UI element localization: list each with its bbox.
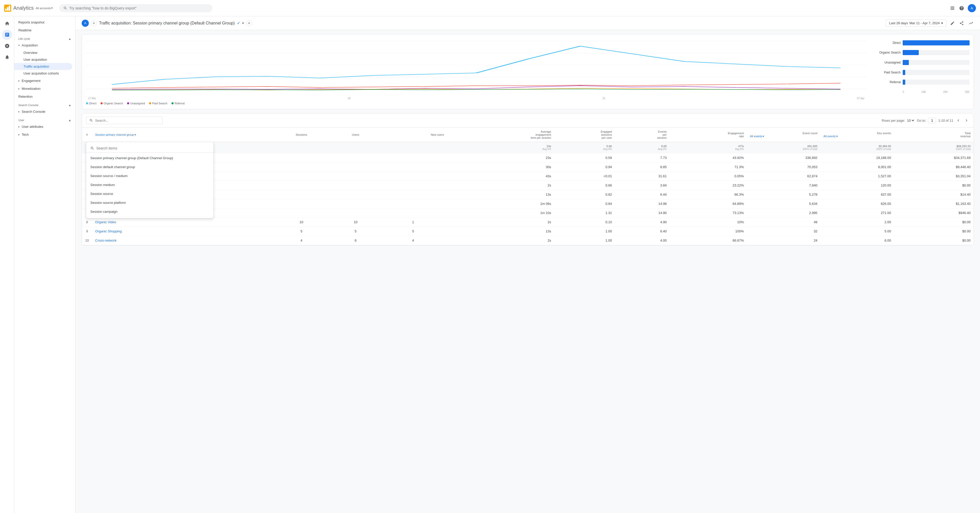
legend-referral: Referral <box>172 102 185 105</box>
edit-report-icon[interactable] <box>950 20 956 26</box>
sidebar-item-user-acquisition-cohorts[interactable]: User acquisition cohorts <box>14 70 72 77</box>
table-wrapper: # Session primary channel group ▾ Sessio… <box>82 127 974 245</box>
global-search[interactable] <box>59 4 212 12</box>
table-search-container[interactable] <box>86 117 162 124</box>
dropdown-item-4[interactable]: Session source <box>86 189 213 198</box>
line-chart: 3K 2K 1K 0 <box>86 38 866 105</box>
line-chart-svg: 3K 2K 1K 0 <box>86 38 866 97</box>
dropdown-item-1[interactable]: Session default channel group <box>86 162 213 172</box>
share-icon[interactable] <box>959 20 965 26</box>
sidebar-item-monetization[interactable]: ▸ Monetization <box>14 85 72 93</box>
sidebar-item-overview[interactable]: Overview <box>14 49 72 56</box>
topbar: Analytics All accounts ▾ A <box>0 0 980 16</box>
table-search-bar: Rows per page: 10 25 50 Go to: 1-10 of 1… <box>82 114 974 127</box>
dropdown-item-2[interactable]: Session source / medium <box>86 172 213 180</box>
account-badge[interactable]: All accounts ▾ <box>36 6 53 10</box>
compare-icon[interactable] <box>968 20 974 26</box>
add-tab-button[interactable]: + <box>246 20 252 26</box>
sidebar-item-user-acquisition[interactable]: User acquisition <box>14 56 72 63</box>
sidebar-item-tech[interactable]: ▸ Tech <box>14 130 72 138</box>
col-channel[interactable]: Session primary channel group ▾ <box>92 127 271 142</box>
layout: Reports snapshot Realtime Life cycle ▲ ▾… <box>0 16 980 513</box>
x-label-4: 07 Apr <box>857 97 864 100</box>
col-num: # <box>82 127 92 142</box>
user-section-header[interactable]: User ▲ <box>14 116 75 123</box>
x-label-1: 17 Mar <box>88 97 96 100</box>
col-event-count[interactable]: Event countAll events▾ <box>747 127 821 142</box>
sidebar-item-search-console[interactable]: ▸ Search Console <box>14 108 72 116</box>
go-to-page-input[interactable] <box>928 118 936 123</box>
col-total-revenue: Totalrevenue <box>894 127 974 142</box>
table-pagination: Rows per page: 10 25 50 Go to: 1-10 of 1… <box>882 118 969 124</box>
rows-per-page-select[interactable]: 10 25 50 <box>906 118 915 123</box>
dropdown-item-3[interactable]: Session medium <box>86 180 213 189</box>
sidebar-icon-advertising[interactable] <box>2 52 12 62</box>
col-key-events[interactable]: Key eventsAll events▾ <box>821 127 894 142</box>
table-row: 2 Organic Search 30s0.948.85 71.3%70,053… <box>82 162 974 172</box>
bar-axis: 0 10K 20K 30K <box>873 91 969 94</box>
svg-rect-3 <box>9 6 10 11</box>
bar-chart: Direct Organic Search Unas <box>873 38 969 105</box>
table-search-icon <box>89 118 93 122</box>
col-events-per-session: Eventspersession <box>615 127 670 142</box>
bar-direct: Direct <box>873 40 969 45</box>
sidebar-item-reports-snapshot[interactable]: Reports snapshot <box>14 18 75 26</box>
search-input[interactable] <box>69 6 208 10</box>
sidebar-icon-home[interactable] <box>2 18 12 29</box>
header-actions: Last 28 days Mar 11 - Apr 7, 2024 ▾ <box>886 19 974 27</box>
sidebar-item-realtime[interactable]: Realtime <box>14 26 75 34</box>
table-search-input[interactable] <box>95 119 159 122</box>
chart-legend: Direct Organic Search Unassigned Pa <box>86 102 866 105</box>
legend-direct: Direct <box>86 102 97 105</box>
dropdown-item-6[interactable]: Session campaign <box>86 207 213 216</box>
app-title: Analytics <box>13 5 34 11</box>
page-range: 1-10 of 11 <box>938 119 953 122</box>
col-users[interactable]: Users <box>332 127 379 142</box>
svg-rect-2 <box>7 7 8 11</box>
col-new-users[interactable]: New users <box>379 127 447 142</box>
x-label-3: 31 <box>602 97 605 100</box>
legend-paid-search: Paid Search <box>149 102 167 105</box>
prev-page-button[interactable] <box>955 118 961 124</box>
sidebar-item-engagement[interactable]: ▸ Engagement <box>14 77 72 85</box>
go-to-label: Go to: <box>917 119 926 122</box>
table-row: 1 Direct 23s0.597.73 43.92%336,89219,188… <box>82 153 974 162</box>
bar-organic-search: Organic Search <box>873 50 969 55</box>
bar-paid-search: Paid Search <box>873 70 969 75</box>
page-title-area: A + Traffic acquisition: Session primary… <box>82 20 252 27</box>
topbar-right: A <box>950 4 976 12</box>
x-label-2: 24 <box>348 97 351 100</box>
table-row: 8 Organic Video 10101 2s0.104.90 10%492.… <box>82 218 974 227</box>
sidebar-icon-explore[interactable] <box>2 41 12 51</box>
svg-rect-1 <box>5 9 6 11</box>
col-sessions[interactable]: Sessions <box>271 127 332 142</box>
user-avatar[interactable]: A <box>968 4 976 12</box>
sidebar-icon-reports[interactable] <box>2 30 12 40</box>
data-table: # Session primary channel group ▾ Sessio… <box>82 127 974 245</box>
sidebar-item-traffic-acquisition[interactable]: Traffic acquisition <box>14 63 72 70</box>
col-engaged-sessions: Engagedsessionsper user <box>554 127 615 142</box>
table-row: 10 Cross-network 464 2s1.004.00 66.67%24… <box>82 236 974 245</box>
add-comparison-button[interactable]: + <box>91 20 97 26</box>
sidebar-item-user-attributes[interactable]: ▸ User attributes <box>14 123 72 130</box>
table-row: 9 Organic Shopping 555 13s1.006.40 100%3… <box>82 227 974 236</box>
date-range-button[interactable]: Last 28 days Mar 11 - Apr 7, 2024 ▾ <box>886 19 946 27</box>
title-dropdown-icon[interactable]: ▾ <box>242 21 244 25</box>
dropdown-search-icon <box>90 146 94 150</box>
dropdown-search <box>86 144 213 152</box>
next-page-button[interactable] <box>963 118 969 124</box>
dimension-dropdown: Session primary channel group (Default C… <box>86 142 213 218</box>
dropdown-item-0[interactable]: Session primary channel group (Default C… <box>86 154 213 162</box>
dropdown-search-input[interactable] <box>96 146 209 150</box>
title-verified-badge: ✓ <box>237 21 240 25</box>
sidebar-item-acquisition[interactable]: ▾ Acquisition <box>14 41 72 49</box>
sidebar-item-retention[interactable]: Retention <box>14 93 72 100</box>
search-console-section-header[interactable]: Search Console ▲ <box>14 100 75 108</box>
table-total-row: Total 24s Avg 0% 0.66 Avg <box>82 142 974 153</box>
lifecycle-section-header[interactable]: Life cycle ▲ <box>14 34 75 41</box>
table-row: 4 Paid Search 2s0.663.84 23.22%7,840120.… <box>82 181 974 190</box>
dropdown-item-5[interactable]: Session source platform <box>86 198 213 207</box>
help-icon[interactable] <box>959 5 965 11</box>
rows-per-page: Rows per page: 10 25 50 <box>882 118 915 123</box>
apps-icon[interactable] <box>950 5 956 11</box>
